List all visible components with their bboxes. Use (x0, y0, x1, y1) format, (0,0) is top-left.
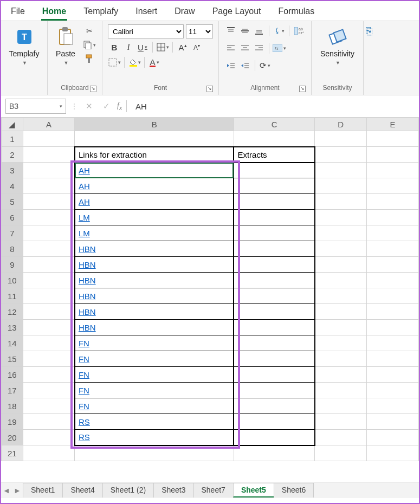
clipboard-launcher[interactable]: ↘ (90, 86, 96, 92)
row-header-17[interactable]: 17 (2, 383, 23, 398)
cell-B19[interactable]: RS (75, 414, 234, 430)
cell-B7[interactable]: LM (75, 225, 234, 241)
link-7[interactable]: LM (79, 229, 90, 238)
align-center-button[interactable] (238, 42, 251, 55)
cancel-edit-button[interactable]: ✕ (82, 100, 95, 113)
cell-A6[interactable] (23, 210, 75, 225)
cell-C12[interactable] (234, 304, 315, 320)
cell-E7[interactable] (367, 225, 419, 241)
link-17[interactable]: FN (79, 386, 89, 395)
cell-C15[interactable] (234, 351, 315, 367)
decrease-indent-button[interactable] (224, 59, 237, 72)
column-header-C[interactable]: C (234, 118, 315, 131)
orientation-button[interactable]: ⤹▾ (273, 24, 286, 37)
paste-button[interactable]: Paste ▼ (53, 24, 78, 66)
rotate-button[interactable]: ⟳▾ (259, 59, 272, 72)
cell-D13[interactable] (315, 320, 367, 335)
cell-D19[interactable] (315, 414, 367, 430)
cell-A8[interactable] (23, 241, 75, 257)
cell-B17[interactable]: FN (75, 383, 234, 398)
cell-E1[interactable] (367, 131, 419, 147)
sheet-nav-prev[interactable]: ◄ (1, 486, 12, 495)
name-box[interactable]: B3▾ (5, 99, 66, 114)
cell-C11[interactable] (234, 288, 315, 304)
cell-B5[interactable]: AH (75, 194, 234, 210)
row-header-1[interactable]: 1 (2, 131, 23, 147)
cell-E16[interactable] (367, 367, 419, 383)
cell-D2[interactable] (315, 147, 367, 163)
cell-C9[interactable] (234, 257, 315, 273)
cell-D18[interactable] (315, 398, 367, 414)
tab-home[interactable]: Home (34, 3, 75, 21)
link-8[interactable]: HBN (79, 244, 96, 254)
cell-A2[interactable] (23, 147, 75, 163)
link-4[interactable]: AH (79, 182, 90, 191)
sheet-tab-Sheet1-2-[interactable]: Sheet1 (2) (102, 483, 154, 497)
row-header-8[interactable]: 8 (2, 241, 23, 257)
cell-A13[interactable] (23, 320, 75, 335)
cell-A11[interactable] (23, 288, 75, 304)
cell-C16[interactable] (234, 367, 315, 383)
link-13[interactable]: HBN (79, 323, 96, 332)
confirm-edit-button[interactable]: ✓ (100, 100, 113, 113)
font-size-select[interactable]: 11 (186, 24, 213, 38)
wrap-text-button[interactable]: abc↵ (293, 24, 306, 37)
select-all-corner[interactable]: ◢ (2, 118, 23, 131)
align-right-button[interactable] (253, 42, 266, 55)
cell-B9[interactable]: HBN (75, 257, 234, 273)
column-header-D[interactable]: D (315, 118, 367, 131)
cell-A7[interactable] (23, 225, 75, 241)
link-14[interactable]: FN (79, 339, 89, 348)
cell-B8[interactable]: HBN (75, 241, 234, 257)
tab-insert[interactable]: Insert (127, 3, 166, 21)
cell-D7[interactable] (315, 225, 367, 241)
tab-file[interactable]: File (2, 3, 34, 21)
sensitivity-button[interactable]: Sensitivity ▼ (318, 24, 357, 66)
cell-A18[interactable] (23, 398, 75, 414)
cell-E6[interactable] (367, 210, 419, 225)
font-name-select[interactable]: Calibri (108, 24, 184, 38)
cell-E19[interactable] (367, 414, 419, 430)
cell-D15[interactable] (315, 351, 367, 367)
cell-B10[interactable]: HBN (75, 273, 234, 288)
row-header-10[interactable]: 10 (2, 273, 23, 288)
row-header-2[interactable]: 2 (2, 147, 23, 163)
cell-E12[interactable] (367, 304, 419, 320)
cell-D14[interactable] (315, 335, 367, 351)
worksheet-grid[interactable]: ◢ABCDE12Links for extractionExtracts3AH4… (1, 118, 419, 482)
column-header-A[interactable]: A (23, 118, 75, 131)
cell-C13[interactable] (234, 320, 315, 335)
cell-E18[interactable] (367, 398, 419, 414)
cell-E21[interactable] (367, 445, 419, 461)
sheet-tab-Sheet5[interactable]: Sheet5 (233, 483, 274, 497)
cell-C4[interactable] (234, 178, 315, 194)
row-header-19[interactable]: 19 (2, 414, 23, 430)
row-header-7[interactable]: 7 (2, 225, 23, 241)
column-header-E[interactable]: E (367, 118, 419, 131)
cut-button[interactable]: ✂ (82, 24, 96, 37)
link-10[interactable]: HBN (79, 276, 96, 285)
cell-E10[interactable] (367, 273, 419, 288)
cell-C18[interactable] (234, 398, 315, 414)
cell-C17[interactable] (234, 383, 315, 398)
cell-C14[interactable] (234, 335, 315, 351)
cell-A1[interactable] (23, 131, 75, 147)
cell-C8[interactable] (234, 241, 315, 257)
cell-B15[interactable]: FN (75, 351, 234, 367)
sheet-nav-next[interactable]: ► (12, 486, 23, 495)
cell-D6[interactable] (315, 210, 367, 225)
cell-E8[interactable] (367, 241, 419, 257)
cell-D12[interactable] (315, 304, 367, 320)
cell-D8[interactable] (315, 241, 367, 257)
cell-D5[interactable] (315, 194, 367, 210)
cell-D9[interactable] (315, 257, 367, 273)
cell-A16[interactable] (23, 367, 75, 383)
copy-button[interactable]: ▾ (82, 38, 96, 51)
tab-draw[interactable]: Draw (166, 3, 203, 21)
cell-C2[interactable]: Extracts (234, 147, 315, 163)
font-color-button[interactable]: A▾ (148, 56, 161, 69)
cell-B3[interactable]: AH (75, 163, 234, 178)
row-header-11[interactable]: 11 (2, 288, 23, 304)
cell-A12[interactable] (23, 304, 75, 320)
alignment-launcher[interactable]: ↘ (299, 86, 306, 92)
